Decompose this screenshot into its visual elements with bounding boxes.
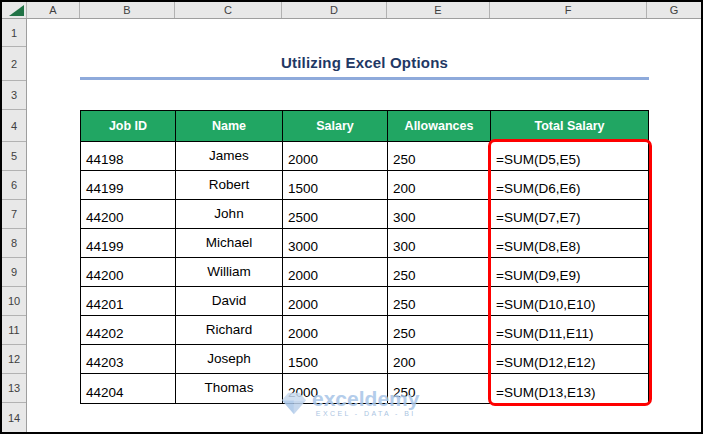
exceldemy-logo-icon: [279, 390, 307, 416]
cell-E8[interactable]: 300: [388, 229, 491, 257]
row-header-4[interactable]: 4: [2, 110, 26, 142]
cell-E9[interactable]: 250: [388, 258, 491, 286]
cell-E10[interactable]: 250: [388, 287, 491, 315]
row-header-7[interactable]: 7: [2, 200, 26, 229]
cell-B5[interactable]: 44198: [81, 142, 176, 170]
excel-spreadsheet-screenshot: A B C D E F G 1 2 3 4 5 6 7 8 9 10 11 12…: [0, 0, 703, 434]
cell-E11[interactable]: 250: [388, 316, 491, 344]
formula-column-highlight-border: [488, 139, 652, 406]
row-header-6[interactable]: 6: [2, 171, 26, 200]
select-all-button[interactable]: [2, 2, 27, 18]
column-header-b[interactable]: B: [80, 2, 175, 18]
cell-B12[interactable]: 44203: [81, 345, 176, 373]
cell-C5[interactable]: James: [176, 142, 283, 170]
column-header-a[interactable]: A: [27, 2, 80, 18]
row-header-14[interactable]: 14: [2, 403, 26, 432]
cell-C11[interactable]: Richard: [176, 316, 283, 344]
cell-D11[interactable]: 2000: [283, 316, 388, 344]
cell-C10[interactable]: David: [176, 287, 283, 315]
row-header-5[interactable]: 5: [2, 142, 26, 171]
column-header-e[interactable]: E: [387, 2, 490, 18]
column-header-g[interactable]: G: [647, 2, 701, 18]
watermark-brand: exceldemy: [312, 388, 419, 409]
header-name[interactable]: Name: [176, 111, 283, 141]
row-header-1[interactable]: 1: [2, 19, 26, 47]
cell-D12[interactable]: 1500: [283, 345, 388, 373]
cell-D6[interactable]: 1500: [283, 171, 388, 199]
cell-E6[interactable]: 200: [388, 171, 491, 199]
row-header-column: 1 2 3 4 5 6 7 8 9 10 11 12 13 14: [2, 19, 27, 432]
cell-B8[interactable]: 44199: [81, 229, 176, 257]
cell-D9[interactable]: 2000: [283, 258, 388, 286]
cell-D5[interactable]: 2000: [283, 142, 388, 170]
cell-D8[interactable]: 3000: [283, 229, 388, 257]
header-total-salary[interactable]: Total Salary: [491, 111, 648, 141]
row-header-10[interactable]: 10: [2, 287, 26, 316]
column-header-d[interactable]: D: [282, 2, 387, 18]
cell-E12[interactable]: 200: [388, 345, 491, 373]
row-header-3[interactable]: 3: [2, 81, 26, 110]
cell-C9[interactable]: William: [176, 258, 283, 286]
exceldemy-watermark: exceldemy EXCEL - DATA - BI: [279, 388, 419, 417]
sheet-title-cell[interactable]: Utilizing Excel Options: [80, 47, 649, 80]
header-salary[interactable]: Salary: [283, 111, 388, 141]
cell-B9[interactable]: 44200: [81, 258, 176, 286]
column-header-row: A B C D E F G: [2, 2, 701, 19]
cell-E7[interactable]: 300: [388, 200, 491, 228]
cell-B7[interactable]: 44200: [81, 200, 176, 228]
column-header-c[interactable]: C: [175, 2, 282, 18]
row-header-8[interactable]: 8: [2, 229, 26, 258]
cell-B10[interactable]: 44201: [81, 287, 176, 315]
watermark-text: exceldemy EXCEL - DATA - BI: [312, 388, 419, 417]
select-all-triangle-icon: [9, 5, 24, 16]
cell-C13[interactable]: Thomas: [176, 374, 283, 403]
cell-B11[interactable]: 44202: [81, 316, 176, 344]
row-header-11[interactable]: 11: [2, 316, 26, 345]
cell-C7[interactable]: John: [176, 200, 283, 228]
watermark-tagline: EXCEL - DATA - BI: [316, 410, 416, 417]
row-header-13[interactable]: 13: [2, 374, 26, 403]
header-allowances[interactable]: Allowances: [388, 111, 491, 141]
column-header-f[interactable]: F: [490, 2, 647, 18]
cell-D10[interactable]: 2000: [283, 287, 388, 315]
row-header-12[interactable]: 12: [2, 345, 26, 374]
cell-E5[interactable]: 250: [388, 142, 491, 170]
cell-B6[interactable]: 44199: [81, 171, 176, 199]
row-header-2[interactable]: 2: [2, 47, 26, 81]
row-header-9[interactable]: 9: [2, 258, 26, 287]
table-header-row: Job ID Name Salary Allowances Total Sala…: [81, 111, 648, 142]
cell-B13[interactable]: 44204: [81, 374, 176, 403]
cell-C6[interactable]: Robert: [176, 171, 283, 199]
cell-D7[interactable]: 2500: [283, 200, 388, 228]
cell-C8[interactable]: Michael: [176, 229, 283, 257]
header-job-id[interactable]: Job ID: [81, 111, 176, 141]
cell-C12[interactable]: Joseph: [176, 345, 283, 373]
